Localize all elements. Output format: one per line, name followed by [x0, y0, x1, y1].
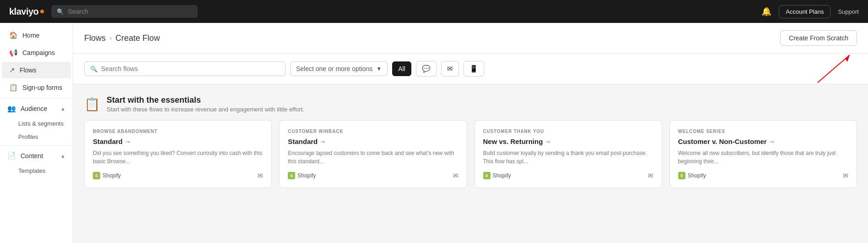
search-flows-input-wrap[interactable]: 🔍: [84, 61, 286, 76]
flow-card[interactable]: Browse Abandonment Standard → Did you se…: [84, 120, 272, 188]
page-header: Flows › Create Flow Create From Scratch: [73, 23, 868, 54]
sidebar-item-label: Sign-up forms: [22, 84, 62, 91]
sidebar-section-audience[interactable]: 👥 Audience ▲: [0, 100, 73, 117]
sidebar-divider-2: [0, 145, 73, 146]
filter-email-button[interactable]: ✉: [441, 61, 459, 77]
mobile-icon: 📱: [469, 65, 478, 73]
sidebar-item-lists-segments[interactable]: Lists & segments: [0, 117, 73, 130]
sidebar-sub-label: Templates: [18, 167, 45, 174]
card-arrow-icon: →: [545, 138, 551, 145]
search-icon: 🔍: [57, 8, 64, 15]
card-arrow-icon: →: [124, 138, 131, 145]
chevron-down-icon-2: ▲: [60, 153, 65, 159]
notification-bell[interactable]: 🔔: [761, 6, 771, 17]
flow-card[interactable]: Customer Thank You New vs. Returning → B…: [474, 120, 662, 188]
sidebar-section-label: Content: [21, 152, 43, 160]
signup-forms-icon: 📋: [9, 83, 18, 92]
card-footer: S Shopify ✉: [93, 172, 263, 179]
shopify-label: Shopify: [688, 172, 706, 179]
flow-cards-grid: Browse Abandonment Standard → Did you se…: [84, 120, 857, 188]
card-category: Customer Winback: [288, 129, 458, 134]
sms-icon: 💬: [422, 65, 431, 73]
top-navigation: klaviyo 🔍 🔔 Account Plans Support: [0, 0, 868, 23]
klaviyo-logo: klaviyo: [9, 6, 44, 17]
card-category: Browse Abandonment: [93, 129, 263, 134]
breadcrumb-separator: ›: [109, 34, 112, 42]
campaigns-icon: 📢: [9, 49, 18, 57]
shopify-badge: S Shopify: [483, 172, 511, 179]
shopify-icon: S: [678, 172, 685, 179]
flows-icon: ↗: [9, 66, 15, 74]
card-title: Customer v. Non-Customer →: [678, 138, 848, 145]
card-desc: Welcome all new subscribers, but identif…: [678, 149, 848, 166]
section-title: Start with the essentials: [107, 95, 304, 105]
global-search-input[interactable]: [68, 8, 192, 15]
section-icon: 📋: [84, 97, 100, 112]
card-desc: Build customer loyalty by sending a than…: [483, 149, 653, 166]
search-flows-icon: 🔍: [90, 66, 97, 72]
sidebar-item-templates[interactable]: Templates: [0, 164, 73, 177]
create-from-scratch-button[interactable]: Create From Scratch: [780, 30, 857, 46]
card-desc: Encourage lapsed customers to come back …: [288, 149, 458, 166]
sidebar-item-label: Campaigns: [22, 49, 55, 56]
card-title: New vs. Returning →: [483, 138, 653, 145]
support-link[interactable]: Support: [838, 8, 859, 15]
shopify-label: Shopify: [102, 172, 121, 179]
audience-icon: 👥: [7, 105, 16, 113]
filter-sms-button[interactable]: 💬: [416, 61, 437, 77]
card-desc: Did you see something you liked? Convert…: [93, 149, 263, 166]
chevron-down-icon-dropdown: ▼: [376, 66, 382, 72]
sidebar-item-signup-forms[interactable]: 📋 Sign-up forms: [2, 79, 71, 96]
card-footer: S Shopify ✉: [483, 172, 653, 179]
options-dropdown-label: Select one or more options: [296, 65, 372, 72]
account-plans-button[interactable]: Account Plans: [779, 5, 830, 18]
card-title: Standard →: [93, 138, 263, 145]
card-footer: S Shopify ✉: [678, 172, 848, 179]
section-subtitle: Start with these flows to increase reven…: [107, 106, 304, 113]
flow-card[interactable]: Customer Winback Standard → Encourage la…: [279, 120, 467, 188]
breadcrumb-parent: Flows: [84, 33, 106, 43]
card-title-text: New vs. Returning: [483, 138, 543, 145]
sidebar-section-content[interactable]: 📄 Content ▲: [0, 148, 73, 164]
sidebar-item-label: Flows: [20, 66, 37, 74]
sidebar-item-profiles[interactable]: Profiles: [0, 130, 73, 144]
sidebar: 🏠 Home 📢 Campaigns ↗ Flows 📋 Sign-up for…: [0, 23, 73, 243]
options-dropdown[interactable]: Select one or more options ▼: [290, 61, 388, 76]
email-channel-icon: ✉: [453, 172, 458, 179]
card-title-text: Standard: [93, 138, 123, 145]
shopify-icon: S: [288, 172, 295, 179]
filter-mobile-button[interactable]: 📱: [464, 61, 484, 77]
sidebar-sub-label: Profiles: [18, 133, 38, 140]
breadcrumb-current: Create Flow: [115, 33, 160, 43]
email-channel-icon: ✉: [648, 172, 653, 179]
shopify-badge: S Shopify: [93, 172, 121, 179]
content-icon: 📄: [7, 152, 16, 160]
shopify-label: Shopify: [297, 172, 316, 179]
main-layout: 🏠 Home 📢 Campaigns ↗ Flows 📋 Sign-up for…: [0, 23, 868, 243]
sidebar-section-label: Audience: [21, 105, 47, 112]
flow-card[interactable]: Welcome Series Customer v. Non-Customer …: [669, 120, 857, 188]
filter-all-label: All: [398, 65, 405, 72]
page-wrapper: Flows › Create Flow Create From Scratch …: [73, 23, 868, 243]
logo-dot: [40, 10, 44, 13]
home-icon: 🏠: [9, 31, 18, 39]
card-category: Welcome Series: [678, 129, 848, 134]
card-arrow-icon: →: [769, 138, 775, 145]
sidebar-item-flows[interactable]: ↗ Flows: [2, 62, 71, 78]
chevron-down-icon: ▲: [60, 106, 65, 111]
filter-all-button[interactable]: All: [392, 61, 411, 76]
global-search-bar[interactable]: 🔍: [51, 5, 198, 18]
shopify-badge: S Shopify: [678, 172, 706, 179]
sidebar-item-campaigns[interactable]: 📢 Campaigns: [2, 44, 71, 61]
sidebar-item-home[interactable]: 🏠 Home: [2, 27, 71, 44]
card-title-text: Standard: [288, 138, 318, 145]
shopify-icon: S: [483, 172, 491, 179]
card-title-text: Customer v. Non-Customer: [678, 138, 767, 145]
email-channel-icon: ✉: [843, 172, 848, 179]
breadcrumb: Flows › Create Flow: [84, 33, 160, 43]
shopify-badge: S Shopify: [288, 172, 316, 179]
card-title: Standard →: [288, 138, 458, 145]
card-arrow-icon: →: [319, 138, 326, 145]
logo-text: klaviyo: [9, 6, 38, 17]
search-flows-input[interactable]: [101, 65, 280, 72]
